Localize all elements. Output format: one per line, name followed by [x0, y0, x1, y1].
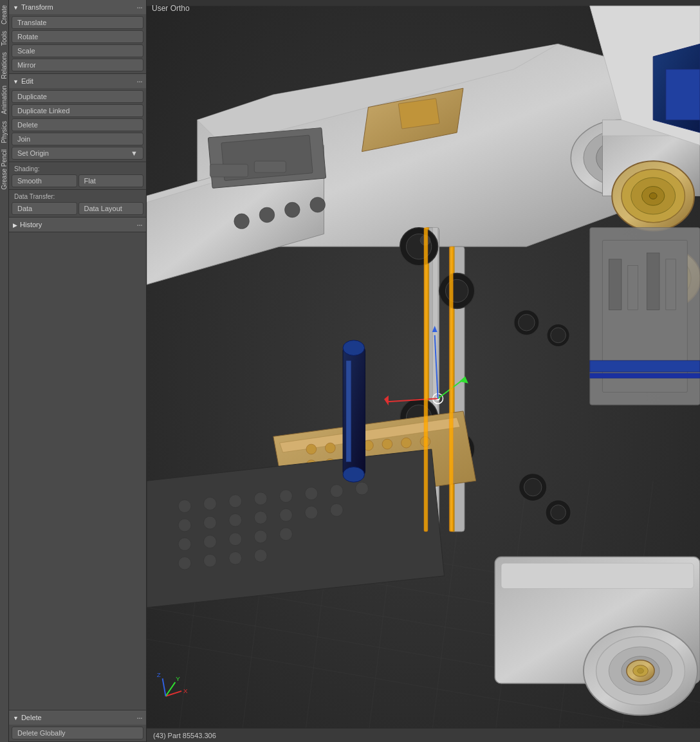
data-transfer-section: Data Transfer: Data Data Layout: [9, 190, 146, 218]
svg-point-107: [229, 552, 242, 564]
svg-point-120: [551, 328, 566, 343]
svg-point-110: [343, 340, 364, 356]
tab-physics[interactable]: Physics: [0, 118, 8, 145]
svg-rect-126: [628, 266, 638, 310]
edit-section: ▼Edit ··· Duplicate Duplicate Linked Del…: [9, 74, 146, 162]
main-viewport[interactable]: User Ortho: [147, 0, 700, 742]
svg-point-95: [229, 514, 242, 526]
delete-body: Delete Globally: [9, 725, 146, 741]
svg-rect-61: [501, 563, 694, 588]
svg-point-75: [382, 439, 392, 449]
smooth-button[interactable]: Smooth: [12, 174, 77, 187]
svg-point-108: [254, 549, 267, 562]
svg-rect-112: [346, 360, 351, 461]
delete-title: Delete: [21, 714, 42, 721]
svg-point-89: [280, 490, 293, 503]
svg-point-115: [285, 202, 300, 218]
svg-text:X: X: [183, 687, 188, 694]
svg-point-116: [310, 197, 326, 212]
svg-point-93: [178, 519, 191, 532]
transform-title: Transform: [21, 3, 53, 11]
svg-point-72: [325, 443, 335, 453]
edit-title: Edit: [21, 77, 33, 85]
status-bar: (43) Part 85543.306: [147, 728, 700, 742]
svg-text:Y: Y: [176, 675, 180, 682]
svg-point-32: [649, 193, 657, 199]
svg-point-104: [280, 528, 293, 541]
data-button[interactable]: Data: [12, 202, 77, 215]
delete-options[interactable]: ···: [136, 712, 142, 723]
svg-rect-58: [590, 360, 700, 372]
svg-point-91: [330, 485, 343, 497]
svg-rect-125: [609, 259, 622, 310]
svg-rect-35: [666, 70, 700, 120]
delete-globally-button[interactable]: Delete Globally: [12, 727, 143, 739]
translate-button[interactable]: Translate: [12, 16, 143, 29]
svg-point-102: [229, 533, 242, 546]
tab-relations[interactable]: Relations: [0, 50, 8, 82]
shading-label: Shading:: [12, 164, 143, 173]
svg-point-88: [254, 492, 267, 505]
tab-tools[interactable]: Tools: [0, 28, 8, 48]
duplicate-linked-button[interactable]: Duplicate Linked: [12, 104, 143, 117]
svg-point-90: [305, 487, 318, 500]
svg-point-96: [254, 511, 267, 524]
svg-rect-127: [647, 253, 659, 310]
transform-options[interactable]: ···: [136, 2, 142, 12]
data-layout-button[interactable]: Data Layout: [78, 202, 144, 215]
data-transfer-buttons: Data Data Layout: [12, 202, 143, 215]
flat-button[interactable]: Flat: [78, 174, 144, 187]
history-options[interactable]: ···: [136, 219, 142, 230]
mirror-button[interactable]: Mirror: [12, 59, 143, 71]
delete-button[interactable]: Delete: [12, 118, 143, 131]
svg-rect-21: [398, 98, 439, 129]
shading-body: Shading: Smooth Flat: [9, 162, 146, 189]
svg-point-111: [343, 467, 364, 483]
transform-header[interactable]: ▼Transform ···: [9, 0, 146, 14]
set-origin-label: Set Origin: [17, 149, 49, 157]
history-title: History: [20, 221, 42, 228]
svg-point-45: [445, 279, 468, 302]
edit-options[interactable]: ···: [136, 76, 142, 86]
tab-create[interactable]: Create: [0, 3, 8, 27]
join-button[interactable]: Join: [12, 133, 143, 145]
svg-point-97: [280, 509, 293, 522]
viewport-scene: X Y Z: [147, 0, 700, 742]
svg-rect-140: [254, 161, 286, 172]
tab-animation[interactable]: Animation: [0, 83, 8, 116]
tab-grease-pencil[interactable]: Grease Pencil: [0, 147, 8, 192]
set-origin-arrow: ▼: [131, 149, 138, 157]
svg-rect-139: [210, 164, 248, 177]
svg-point-85: [178, 500, 191, 513]
scale-button[interactable]: Scale: [12, 44, 143, 57]
svg-point-99: [330, 504, 343, 517]
svg-point-100: [178, 538, 191, 551]
delete-header[interactable]: ▼Delete ···: [9, 710, 146, 725]
svg-point-92: [356, 482, 369, 495]
duplicate-button[interactable]: Duplicate: [12, 90, 143, 103]
set-origin-dropdown[interactable]: Set Origin ▼: [12, 147, 143, 160]
svg-rect-138: [449, 246, 453, 532]
vertical-tab-strip: Create Tools Relations Animation Physics…: [0, 0, 9, 742]
data-transfer-label: Data Transfer:: [12, 192, 143, 201]
panel-spacer: [9, 232, 146, 710]
svg-point-118: [519, 314, 535, 331]
svg-point-98: [305, 506, 318, 519]
transform-body: Translate Rotate Scale Mirror: [9, 14, 146, 73]
svg-rect-137: [424, 228, 428, 532]
shading-section: Shading: Smooth Flat: [9, 162, 146, 190]
delete-section: ▼Delete ··· Delete Globally: [9, 710, 146, 742]
svg-point-122: [524, 478, 542, 496]
edit-header[interactable]: ▼Edit ···: [9, 74, 146, 88]
svg-text:Z: Z: [157, 671, 161, 678]
svg-point-94: [204, 516, 217, 529]
rotate-button[interactable]: Rotate: [12, 30, 143, 43]
history-header[interactable]: ▶History ···: [9, 218, 146, 232]
transform-section: ▼Transform ··· Translate Rotate Scale Mi…: [9, 0, 146, 74]
svg-point-114: [259, 207, 275, 223]
svg-point-124: [551, 505, 566, 521]
status-text: (43) Part 85543.306: [153, 732, 216, 739]
edit-body: Duplicate Duplicate Linked Delete Join S…: [9, 88, 146, 162]
svg-rect-59: [590, 373, 700, 378]
svg-point-68: [638, 668, 644, 673]
